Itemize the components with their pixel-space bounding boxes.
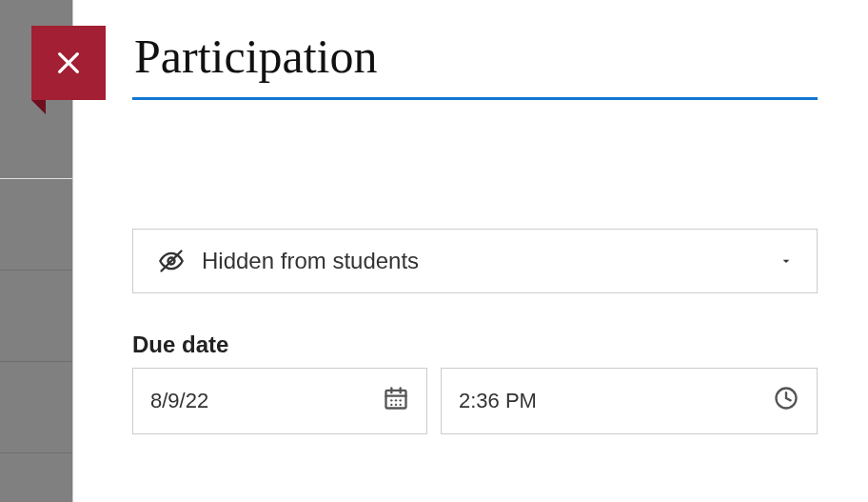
svg-line-16 bbox=[786, 398, 791, 400]
svg-point-11 bbox=[390, 404, 392, 406]
due-date-field[interactable]: 8/9/22 bbox=[132, 368, 427, 434]
svg-point-12 bbox=[395, 404, 397, 406]
title-input[interactable] bbox=[132, 23, 818, 100]
close-button[interactable] bbox=[31, 26, 106, 111]
editor-panel: Hidden from students Due date 8/9/22 bbox=[72, 0, 868, 502]
clock-icon bbox=[773, 385, 799, 417]
svg-point-13 bbox=[400, 404, 402, 406]
svg-point-8 bbox=[390, 399, 392, 401]
due-date-value: 8/9/22 bbox=[150, 389, 208, 413]
due-time-value: 2:36 PM bbox=[459, 389, 537, 413]
svg-point-10 bbox=[400, 399, 402, 401]
chevron-down-icon bbox=[779, 248, 794, 274]
close-icon bbox=[53, 48, 84, 78]
svg-point-9 bbox=[395, 399, 397, 401]
calendar-icon bbox=[383, 385, 409, 417]
visibility-select[interactable]: Hidden from students bbox=[132, 229, 818, 293]
hidden-icon bbox=[156, 248, 187, 274]
due-date-label: Due date bbox=[132, 331, 818, 358]
due-time-field[interactable]: 2:36 PM bbox=[441, 368, 818, 434]
visibility-label: Hidden from students bbox=[202, 248, 419, 274]
